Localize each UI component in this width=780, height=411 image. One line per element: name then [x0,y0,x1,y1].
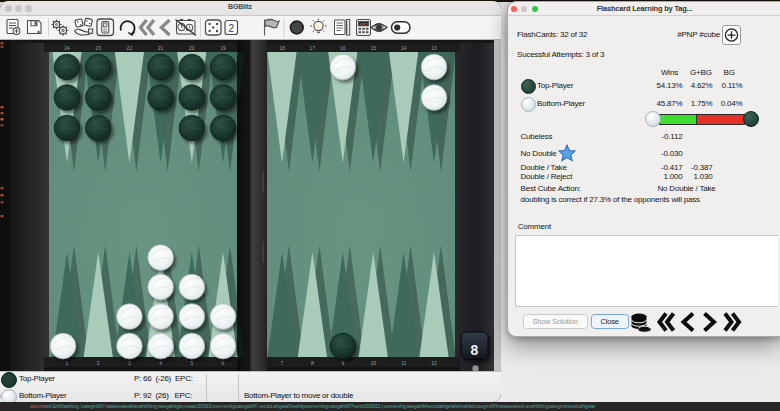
svg-text:2: 2 [97,360,100,366]
svg-text:11: 11 [401,360,406,366]
svg-text:13: 13 [431,45,437,51]
svg-text:4: 4 [159,360,162,366]
svg-text:24: 24 [64,45,70,51]
svg-text:9: 9 [341,360,344,366]
svg-text:16: 16 [340,45,346,51]
svg-text:2: 2 [229,23,235,34]
svg-text:20: 20 [189,45,195,51]
svg-text:15: 15 [370,45,376,51]
svg-text:8: 8 [311,360,314,366]
svg-text:18: 18 [279,45,285,51]
svg-text:17: 17 [310,45,316,51]
svg-text:21: 21 [158,45,164,51]
svg-text:187: 187 [360,21,368,26]
svg-text:5: 5 [190,360,193,366]
svg-text:1: 1 [66,360,69,366]
svg-text:23: 23 [95,45,101,51]
svg-text:10: 10 [370,360,376,366]
svg-text:7: 7 [281,360,284,366]
svg-text:3: 3 [128,360,131,366]
svg-text:22: 22 [127,45,133,51]
svg-text:6: 6 [222,360,225,366]
svg-text:14: 14 [401,45,407,51]
svg-text:19: 19 [220,45,226,51]
svg-text:8: 8 [471,342,479,358]
svg-text:12: 12 [431,360,437,366]
